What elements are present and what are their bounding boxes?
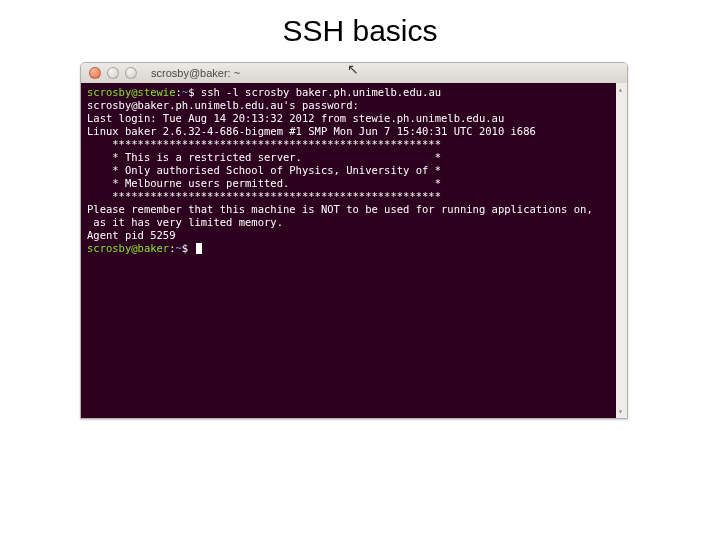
close-icon[interactable] <box>89 67 101 79</box>
window-titlebar[interactable]: scrosby@baker: ~ ↖ <box>81 63 627 83</box>
slide-title: SSH basics <box>0 0 720 58</box>
terminal-line: Linux baker 2.6.32-4-686-bigmem #1 SMP M… <box>87 125 621 138</box>
terminal-window: scrosby@baker: ~ ↖ scrosby@stewie:~$ ssh… <box>80 62 628 419</box>
terminal-output[interactable]: scrosby@stewie:~$ ssh -l scrosby baker.p… <box>81 83 627 418</box>
scrollbar[interactable] <box>616 83 627 418</box>
terminal-line: Last login: Tue Aug 14 20:13:32 2012 fro… <box>87 112 621 125</box>
terminal-line: ****************************************… <box>87 190 621 203</box>
terminal-line: scrosby@baker.ph.unimelb.edu.au's passwo… <box>87 99 621 112</box>
terminal-line: * Only authorised School of Physics, Uni… <box>87 164 621 177</box>
terminal-line: as it has very limited memory. <box>87 216 621 229</box>
mouse-cursor-icon: ↖ <box>347 62 359 77</box>
prompt-dollar: $ <box>182 242 195 254</box>
terminal-line: * This is a restricted server. * <box>87 151 621 164</box>
terminal-line: * Melbourne users permitted. * <box>87 177 621 190</box>
text-cursor-icon <box>196 243 202 254</box>
window-title: scrosby@baker: ~ <box>151 67 240 79</box>
terminal-line: ****************************************… <box>87 138 621 151</box>
terminal-line: scrosby@baker:~$ <box>87 242 621 255</box>
prompt-userhost: scrosby@stewie <box>87 86 176 98</box>
maximize-icon[interactable] <box>125 67 137 79</box>
terminal-line: Please remember that this machine is NOT… <box>87 203 621 216</box>
prompt-userhost: scrosby@baker <box>87 242 169 254</box>
command-text: $ ssh -l scrosby baker.ph.unimelb.edu.au <box>188 86 441 98</box>
terminal-line: Agent pid 5259 <box>87 229 621 242</box>
minimize-icon[interactable] <box>107 67 119 79</box>
terminal-line: scrosby@stewie:~$ ssh -l scrosby baker.p… <box>87 86 621 99</box>
